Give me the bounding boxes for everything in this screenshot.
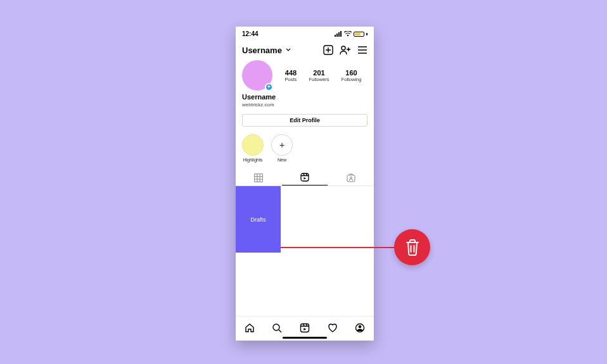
wifi-icon bbox=[344, 31, 352, 37]
header-username: Username bbox=[242, 46, 282, 55]
stat-followers[interactable]: 201 Followers bbox=[309, 69, 329, 82]
reels-content-area: Drafts bbox=[236, 186, 374, 279]
highlight-item[interactable]: Highlights bbox=[242, 134, 264, 162]
tab-tagged[interactable] bbox=[328, 170, 374, 185]
add-story-badge[interactable]: + bbox=[265, 83, 273, 91]
stat-posts-value: 448 bbox=[285, 69, 297, 77]
home-indicator bbox=[283, 337, 327, 339]
svg-rect-3 bbox=[340, 31, 342, 37]
status-bar: 12:44 bbox=[236, 27, 374, 39]
bio-link[interactable]: webtrickz.com bbox=[242, 102, 367, 108]
svg-rect-2 bbox=[338, 32, 340, 37]
plus-icon: + bbox=[271, 134, 293, 156]
menu-button[interactable] bbox=[357, 46, 367, 54]
stat-followers-value: 201 bbox=[309, 69, 329, 77]
stat-following-label: Following bbox=[342, 77, 362, 82]
create-icon bbox=[323, 45, 333, 55]
svg-rect-7 bbox=[255, 173, 263, 182]
discover-people-button[interactable] bbox=[340, 45, 351, 55]
heart-icon bbox=[328, 323, 338, 333]
menu-icon bbox=[357, 46, 367, 54]
bio-display-name: Username bbox=[242, 93, 367, 101]
chevron-down-icon bbox=[286, 48, 291, 52]
highlight-label: New bbox=[278, 158, 286, 162]
nav-search[interactable] bbox=[269, 322, 284, 337]
stat-following-value: 160 bbox=[342, 69, 362, 77]
create-button[interactable] bbox=[323, 45, 333, 55]
nav-reels[interactable] bbox=[297, 322, 312, 337]
nav-profile[interactable] bbox=[352, 322, 367, 337]
svg-rect-12 bbox=[300, 324, 309, 332]
stat-following[interactable]: 160 Following bbox=[342, 69, 362, 82]
nav-activity[interactable] bbox=[325, 322, 340, 337]
reels-icon bbox=[300, 323, 310, 333]
svg-rect-8 bbox=[301, 173, 309, 181]
signal-icon bbox=[335, 31, 342, 37]
svg-rect-0 bbox=[335, 35, 336, 37]
highlight-new-button[interactable]: + New bbox=[271, 134, 293, 162]
tab-grid[interactable] bbox=[236, 170, 282, 185]
svg-point-10 bbox=[350, 177, 352, 179]
drafts-label: Drafts bbox=[250, 217, 265, 223]
svg-point-4 bbox=[347, 35, 348, 36]
annotation-delete-badge bbox=[394, 229, 430, 265]
grid-icon bbox=[254, 173, 263, 182]
story-highlights: Highlights + New bbox=[236, 127, 374, 166]
highlight-thumb bbox=[242, 134, 264, 156]
stat-posts[interactable]: 448 Posts bbox=[285, 69, 297, 82]
profile-header: Username bbox=[236, 39, 374, 59]
nav-home[interactable] bbox=[242, 322, 257, 337]
phone-frame: 12:44 Username bbox=[236, 27, 374, 341]
svg-point-6 bbox=[342, 46, 345, 50]
drafts-tile[interactable]: Drafts bbox=[236, 186, 281, 253]
annotation-connector-line bbox=[281, 247, 395, 248]
profile-avatar[interactable]: + bbox=[242, 60, 272, 91]
status-time: 12:44 bbox=[242, 30, 259, 37]
username-dropdown[interactable]: Username bbox=[242, 46, 291, 55]
profile-stats-row: + 448 Posts 201 Followers 160 Following bbox=[236, 59, 374, 91]
tab-reels[interactable] bbox=[282, 170, 328, 185]
reels-icon bbox=[300, 173, 309, 182]
profile-bio: Username webtrickz.com bbox=[236, 91, 374, 109]
battery-icon bbox=[354, 32, 364, 37]
edit-profile-button[interactable]: Edit Profile bbox=[242, 114, 367, 127]
status-icons bbox=[335, 31, 367, 37]
search-icon bbox=[272, 323, 282, 333]
home-icon bbox=[245, 323, 255, 333]
svg-rect-1 bbox=[336, 34, 338, 37]
add-person-icon bbox=[340, 45, 351, 55]
profile-tabs bbox=[236, 170, 374, 186]
tagged-icon bbox=[347, 173, 355, 182]
svg-point-14 bbox=[359, 325, 362, 329]
highlight-label: Highlights bbox=[243, 158, 263, 162]
stat-followers-label: Followers bbox=[309, 77, 329, 82]
profile-icon bbox=[355, 323, 365, 333]
trash-icon bbox=[404, 238, 421, 257]
stat-posts-label: Posts bbox=[285, 77, 297, 82]
svg-point-11 bbox=[273, 324, 279, 330]
